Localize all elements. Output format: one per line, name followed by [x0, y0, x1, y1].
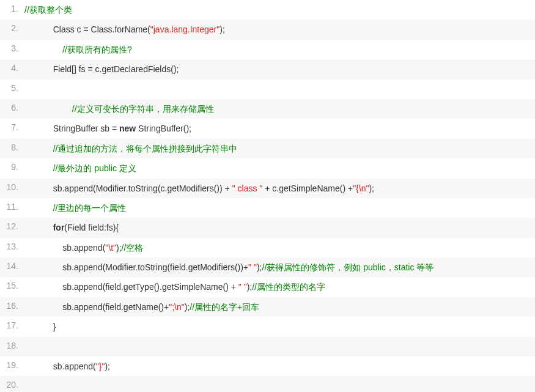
line-number: 8. [0, 142, 24, 152]
token-plain: ); [247, 282, 253, 292]
token-plain: ); [116, 243, 122, 253]
code-line[interactable]: 9. //最外边的 public 定义 [0, 158, 535, 178]
token-comment: //里边的每一个属性 [53, 203, 127, 213]
code-content[interactable]: sb.append(Modifier.toString(field.getMod… [24, 261, 535, 274]
token-comment: //空格 [122, 243, 144, 253]
token-plain: + c.getSimpleName() + [262, 183, 353, 193]
token-comment: //属性的类型的名字 [252, 282, 325, 292]
code-content[interactable]: //里边的每一个属性 [24, 201, 535, 215]
token-comment: //通过追加的方法，将每个属性拼接到此字符串中 [53, 144, 238, 153]
token-string: " " [238, 282, 247, 292]
line-number: 13. [0, 241, 24, 251]
line-number: 14. [0, 261, 24, 271]
token-string: " class " [232, 183, 263, 193]
code-line[interactable]: 16. sb.append(field.getName()+";\n");//属… [0, 297, 535, 317]
code-content[interactable]: //获取整个类 [24, 3, 535, 17]
code-content[interactable]: sb.append(field.getType().getSimpleName(… [24, 280, 535, 294]
code-content[interactable]: Class c = Class.forName("java.lang.Integ… [24, 23, 535, 36]
token-plain: Class c = Class.forName( [53, 24, 150, 34]
token-plain: sb.append(field.getName()+ [62, 302, 169, 312]
code-line[interactable]: 3. //获取所有的属性? [0, 40, 535, 59]
token-plain: sb.append( [62, 243, 105, 253]
code-content[interactable]: //定义可变长的字符串，用来存储属性 [24, 102, 535, 116]
code-content[interactable] [24, 379, 535, 392]
token-plain: sb.append(field.getType().getSimpleName(… [62, 282, 238, 292]
line-number: 10. [0, 182, 24, 192]
code-content[interactable]: //通过追加的方法，将每个属性拼接到此字符串中 [24, 142, 535, 155]
token-plain: (Field field:fs){ [64, 223, 119, 232]
token-plain: StringBuffer(); [136, 124, 191, 133]
line-number: 9. [0, 161, 24, 172]
code-line[interactable]: 5. [0, 80, 535, 99]
code-block: 1.//获取整个类2. Class c = Class.forName("jav… [0, 0, 535, 392]
code-line[interactable]: 14. sb.append(Modifier.toString(field.ge… [0, 257, 535, 277]
token-string: "java.lang.Integer" [150, 24, 220, 34]
token-plain: sb.append(Modifier.toString(c.getModifie… [53, 183, 232, 193]
line-number: 18. [0, 340, 24, 350]
line-number: 20. [0, 379, 24, 390]
line-number: 3. [0, 43, 24, 53]
line-number: 15. [0, 280, 24, 290]
token-string: "\t" [105, 243, 116, 253]
line-number: 16. [0, 300, 24, 311]
line-number: 2. [0, 23, 24, 33]
line-number: 7. [0, 122, 24, 132]
token-plain: sb.append( [53, 361, 96, 371]
code-line[interactable]: 19. sb.append("}"); [0, 357, 535, 376]
code-line[interactable]: 10. sb.append(Modifier.toString(c.getMod… [0, 179, 535, 198]
token-comment: //获得属性的修饰符，例如 public，static 等等 [262, 262, 434, 272]
code-line[interactable]: 11. //里边的每一个属性 [0, 198, 535, 218]
code-content[interactable]: StringBuffer sb = new StringBuffer(); [24, 122, 535, 135]
line-number: 12. [0, 221, 24, 231]
token-plain: } [53, 322, 56, 331]
token-keyword: new [119, 124, 136, 133]
token-comment: //属性的名字+回车 [190, 302, 259, 312]
code-content[interactable]: Field[] fs = c.getDeclaredFields(); [24, 62, 535, 76]
token-plain: StringBuffer sb = [53, 124, 119, 133]
code-line[interactable]: 1.//获取整个类 [0, 0, 535, 20]
code-line[interactable]: 7. StringBuffer sb = new StringBuffer(); [0, 119, 535, 138]
line-number: 4. [0, 62, 24, 73]
code-line[interactable]: 8. //通过追加的方法，将每个属性拼接到此字符串中 [0, 139, 535, 158]
code-content[interactable] [24, 340, 535, 353]
token-plain: ); [185, 302, 190, 312]
code-line[interactable]: 2. Class c = Class.forName("java.lang.In… [0, 20, 535, 39]
code-content[interactable] [24, 83, 535, 96]
code-content[interactable]: //最外边的 public 定义 [24, 161, 535, 175]
code-line[interactable]: 18. [0, 337, 535, 357]
code-content[interactable]: sb.append("\t");//空格 [24, 241, 535, 254]
code-content[interactable]: sb.append(Modifier.toString(c.getModifie… [24, 182, 535, 195]
token-plain: ); [220, 24, 225, 34]
token-comment: //获取所有的属性? [62, 45, 132, 54]
token-plain: ); [257, 262, 262, 272]
line-number: 5. [0, 83, 24, 93]
code-line[interactable]: 20. [0, 376, 535, 392]
code-line[interactable]: 4. Field[] fs = c.getDeclaredFields(); [0, 59, 535, 79]
line-number: 17. [0, 320, 24, 330]
token-keyword: for [53, 223, 65, 232]
token-plain: Field[] fs = c.getDeclaredFields(); [53, 64, 179, 74]
token-plain: ); [369, 183, 374, 193]
line-number: 19. [0, 360, 24, 370]
code-line[interactable]: 12. for(Field field:fs){ [0, 218, 535, 237]
code-content[interactable]: } [24, 320, 535, 333]
token-string: "}" [96, 361, 105, 371]
code-content[interactable]: for(Field field:fs){ [24, 221, 535, 234]
line-number: 6. [0, 102, 24, 113]
token-string: "{\n" [353, 183, 369, 193]
line-number: 11. [0, 201, 24, 212]
token-comment: //定义可变长的字符串，用来存储属性 [72, 104, 214, 114]
code-content[interactable]: sb.append(field.getName()+";\n");//属性的名字… [24, 300, 535, 314]
code-content[interactable]: //获取所有的属性? [24, 43, 535, 56]
line-number: 1. [0, 3, 24, 13]
token-string: ";\n" [169, 302, 185, 312]
code-line[interactable]: 6. //定义可变长的字符串，用来存储属性 [0, 99, 535, 119]
code-line[interactable]: 13. sb.append("\t");//空格 [0, 238, 535, 257]
code-line[interactable]: 17. } [0, 317, 535, 336]
code-content[interactable]: sb.append("}"); [24, 360, 535, 373]
token-comment: //获取整个类 [24, 5, 72, 15]
token-plain: ); [105, 361, 110, 371]
code-line[interactable]: 15. sb.append(field.getType().getSimpleN… [0, 277, 535, 297]
token-comment: //最外边的 public 定义 [53, 163, 136, 173]
token-string: " " [248, 262, 257, 272]
